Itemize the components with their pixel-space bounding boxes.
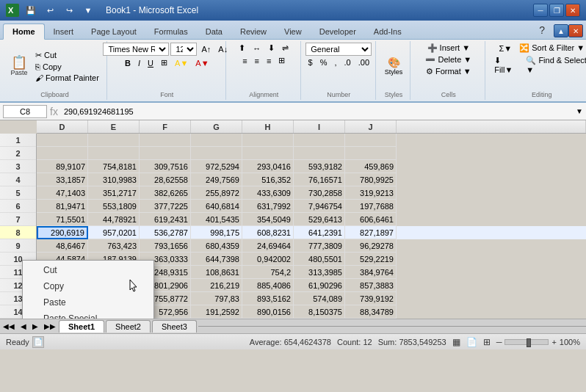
- align-middle-btn[interactable]: ↔: [250, 43, 264, 54]
- align-bottom-btn[interactable]: ⬇: [265, 43, 278, 54]
- cell-h9[interactable]: 24,69464: [242, 239, 294, 253]
- cell-e9[interactable]: 763,423: [88, 239, 140, 253]
- cell-d5[interactable]: 47,1403: [37, 186, 88, 200]
- cell-g6[interactable]: 640,6814: [191, 200, 242, 213]
- percent-btn[interactable]: %: [317, 57, 330, 68]
- cell-f8[interactable]: 536,2787: [140, 226, 191, 239]
- cell-j8[interactable]: 827,1897: [345, 226, 397, 239]
- qa-more[interactable]: ▼: [81, 4, 95, 17]
- font-size-select[interactable]: 12: [170, 43, 197, 56]
- cell-h13[interactable]: 893,5162: [242, 292, 294, 305]
- border-btn[interactable]: ⊞: [158, 57, 170, 68]
- cell-i5[interactable]: 730,2858: [294, 186, 345, 200]
- sheet-nav-next[interactable]: ▶: [29, 322, 41, 330]
- cell-i6[interactable]: 7,946754: [294, 200, 345, 213]
- cell-h12[interactable]: 885,4086: [242, 279, 294, 292]
- cell-g1[interactable]: [191, 134, 242, 147]
- underline-btn[interactable]: U: [145, 58, 156, 68]
- cell-g13[interactable]: 797,83: [191, 292, 242, 305]
- cell-g3[interactable]: 972,5294: [191, 160, 242, 173]
- cell-g5[interactable]: 255,8972: [191, 186, 242, 200]
- cell-i12[interactable]: 61,90296: [294, 279, 345, 292]
- cell-i10[interactable]: 480,5501: [294, 253, 345, 266]
- cell-h7[interactable]: 354,5049: [242, 213, 294, 226]
- currency-btn[interactable]: $: [305, 57, 316, 68]
- cell-g10[interactable]: 644,7398: [191, 253, 242, 266]
- cell-f2[interactable]: [140, 147, 191, 160]
- sheet-view-icon[interactable]: 📄: [32, 336, 44, 348]
- restore-btn[interactable]: ❐: [549, 4, 564, 17]
- number-format-select[interactable]: General: [305, 43, 372, 56]
- cell-j10[interactable]: 529,2219: [345, 253, 397, 266]
- cell-h8[interactable]: 608,8231: [242, 226, 294, 239]
- cell-j1[interactable]: [345, 134, 397, 147]
- sheet-nav-right[interactable]: ▶▶: [41, 322, 59, 330]
- cell-d6[interactable]: 81,9471: [37, 200, 88, 213]
- align-center-btn[interactable]: ≡: [252, 55, 262, 66]
- menu-cut[interactable]: Cut: [23, 262, 153, 278]
- copy-btn[interactable]: ⎘ Copy: [32, 62, 102, 72]
- decrease-decimal-btn[interactable]: .00: [355, 57, 372, 68]
- undo-btn[interactable]: ↩: [43, 4, 57, 17]
- cell-j5[interactable]: 319,9213: [345, 186, 397, 200]
- view-page-break[interactable]: ⊞: [483, 337, 491, 347]
- cell-i2[interactable]: [294, 147, 345, 160]
- wrap-text-btn[interactable]: ⇌: [279, 43, 292, 54]
- cell-g2[interactable]: [191, 147, 242, 160]
- cell-h10[interactable]: 0,942002: [242, 253, 294, 266]
- cell-j9[interactable]: 96,29278: [345, 239, 397, 253]
- cell-e1[interactable]: [88, 134, 140, 147]
- sheet-nav-prev[interactable]: ◀: [18, 322, 29, 330]
- cell-d2[interactable]: [37, 147, 88, 160]
- cell-g14[interactable]: 191,2592: [191, 305, 242, 319]
- cell-g8[interactable]: 998,175: [191, 226, 242, 239]
- cell-e7[interactable]: 44,78921: [88, 213, 140, 226]
- cell-h2[interactable]: [242, 147, 294, 160]
- menu-paste-special[interactable]: Paste Special...: [23, 311, 153, 319]
- cell-d1[interactable]: [37, 134, 88, 147]
- sort-filter-btn[interactable]: 🔀 Sort & Filter ▼: [516, 43, 586, 54]
- fill-btn[interactable]: ⬇ Fill▼: [491, 55, 521, 75]
- italic-btn[interactable]: I: [135, 58, 143, 68]
- cell-j11[interactable]: 384,9764: [345, 266, 397, 279]
- formula-input[interactable]: [61, 105, 573, 118]
- cell-e2[interactable]: [88, 147, 140, 160]
- cell-j13[interactable]: 739,9192: [345, 292, 397, 305]
- cell-h5[interactable]: 433,6309: [242, 186, 294, 200]
- fill-color-btn[interactable]: A▼: [172, 58, 191, 68]
- cell-i13[interactable]: 574,089: [294, 292, 345, 305]
- cell-i7[interactable]: 529,6413: [294, 213, 345, 226]
- align-right-btn[interactable]: ≡: [264, 55, 274, 66]
- cell-j2[interactable]: [345, 147, 397, 160]
- font-family-select[interactable]: Times New Ro: [103, 43, 169, 56]
- cell-e6[interactable]: 553,1809: [88, 200, 140, 213]
- zoom-out-btn[interactable]: ─: [496, 338, 502, 346]
- cell-d3[interactable]: 89,9107: [37, 160, 88, 173]
- cell-h6[interactable]: 631,7992: [242, 200, 294, 213]
- sheet-tab-1[interactable]: Sheet1: [59, 320, 104, 333]
- tab-formulas[interactable]: Formulas: [145, 24, 197, 39]
- ribbon-minimize[interactable]: ▲: [554, 24, 568, 37]
- cell-e4[interactable]: 310,9983: [88, 173, 140, 186]
- cell-g11[interactable]: 108,8631: [191, 266, 242, 279]
- cell-g9[interactable]: 680,4359: [191, 239, 242, 253]
- close-btn[interactable]: ✕: [565, 4, 580, 17]
- sheet-tab-2[interactable]: Sheet2: [106, 320, 151, 333]
- cell-j12[interactable]: 857,3883: [345, 279, 397, 292]
- view-normal[interactable]: ▦: [452, 337, 460, 347]
- formula-expand-btn[interactable]: ▼: [576, 107, 583, 115]
- name-box[interactable]: [3, 105, 47, 118]
- cell-e3[interactable]: 754,8181: [88, 160, 140, 173]
- cell-f4[interactable]: 28,62558: [140, 173, 191, 186]
- cell-d8[interactable]: 290,6919: [37, 226, 88, 239]
- ribbon-help[interactable]: ?: [530, 21, 554, 39]
- cell-d9[interactable]: 48,6467: [37, 239, 88, 253]
- increase-decimal-btn[interactable]: .0: [341, 57, 354, 68]
- sum-btn[interactable]: Σ▼: [496, 43, 515, 54]
- minimize-btn[interactable]: ─: [533, 4, 548, 17]
- view-page-layout[interactable]: 📄: [466, 337, 477, 347]
- delete-cells-btn[interactable]: ➖ Delete ▼: [422, 54, 474, 65]
- cell-j14[interactable]: 88,34789: [345, 305, 397, 319]
- tab-home[interactable]: Home: [3, 23, 45, 40]
- format-cells-btn[interactable]: ⚙ Format ▼: [423, 66, 474, 77]
